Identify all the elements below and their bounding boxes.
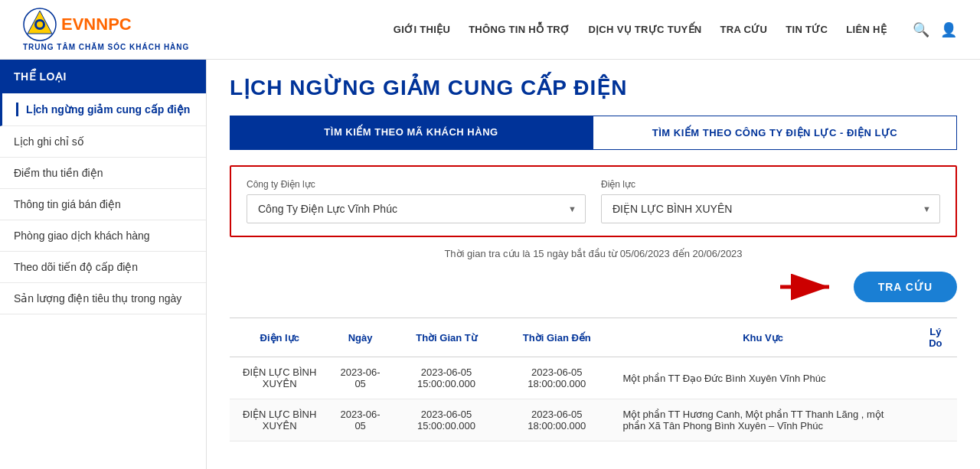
nav-tracuu[interactable]: TRA CỨU xyxy=(720,24,768,35)
nav-lienhe[interactable]: LIÊN HỆ xyxy=(846,24,887,35)
cell-ly-do xyxy=(914,399,957,441)
sidebar-item-diem-thu[interactable]: Điểm thu tiền điện xyxy=(0,158,206,189)
search-button[interactable]: TRA CỨU xyxy=(854,272,957,302)
nav-thongtinhotro[interactable]: THÔNG TIN HỖ TRỢ xyxy=(469,24,570,35)
search-tabs: TÌM KIẾM THEO MÃ KHÁCH HÀNG TÌM KIẾM THE… xyxy=(230,116,957,150)
cong-ty-select-wrapper: Công Ty Điện Lực Vĩnh Phúc xyxy=(247,194,586,223)
dien-luc-label: Điện lực xyxy=(601,179,940,190)
main-nav: GIỚI THIỆU THÔNG TIN HỖ TRỢ DỊCH VỤ TRỰC… xyxy=(394,21,957,38)
cell-thoi-gian-den: 2023-06-05 18:00:00.000 xyxy=(501,399,612,441)
search-form: Công ty Điện lực Công Ty Điện Lực Vĩnh P… xyxy=(230,165,957,237)
dien-luc-group: Điện lực ĐIỆN LỰC BÌNH XUYÊN xyxy=(601,179,940,223)
table-header-row: Điện lực Ngày Thời Gian Từ Thời Gian Đến… xyxy=(230,318,957,357)
arrow-icon xyxy=(777,272,838,302)
cell-khu-vuc: Một phần TT Hương Canh, Một phần TT Than… xyxy=(612,399,913,441)
user-icon[interactable]: 👤 xyxy=(940,21,957,38)
sidebar-item-gia-ban[interactable]: Thông tin giá bán điện xyxy=(0,189,206,220)
tab-ma-khach-hang[interactable]: TÌM KIẾM THEO MÃ KHÁCH HÀNG xyxy=(230,116,593,150)
cell-dien-luc: ĐIỆN LỰC BÌNH XUYÊN xyxy=(230,399,329,441)
sidebar-item-lich-ghi[interactable]: Lịch ghi chỉ số xyxy=(0,126,206,158)
col-khu-vuc: Khu Vực xyxy=(612,318,913,357)
action-row: TRA CỨU xyxy=(230,272,957,302)
col-dien-luc: Điện lực xyxy=(230,318,329,357)
sidebar: THỂ LOẠI Lịch ngừng giảm cung cấp điện L… xyxy=(0,60,207,469)
col-thoi-gian-den: Thời Gian Đến xyxy=(501,318,612,357)
dien-luc-select[interactable]: ĐIỆN LỰC BÌNH XUYÊN xyxy=(601,194,940,223)
cell-thoi-gian-tu: 2023-06-05 15:00:00.000 xyxy=(391,399,501,441)
logo-subtitle: TRUNG TÂM CHĂM SÓC KHÁCH HÀNG xyxy=(23,43,189,51)
cong-ty-select[interactable]: Công Ty Điện Lực Vĩnh Phúc xyxy=(247,194,586,223)
tab-cong-ty-dien-luc[interactable]: TÌM KIẾM THEO CÔNG TY ĐIỆN LỰC - ĐIỆN LỰ… xyxy=(593,116,957,150)
logo-area: EVNNPC TRUNG TÂM CHĂM SÓC KHÁCH HÀNG xyxy=(23,8,189,51)
svg-point-3 xyxy=(37,21,43,28)
cell-ly-do xyxy=(914,357,957,399)
cell-khu-vuc: Một phần TT Đạo Đức Bình Xuyên Vĩnh Phúc xyxy=(612,357,913,399)
table-row: ĐIỆN LỰC BÌNH XUYÊN 2023-06-05 2023-06-0… xyxy=(230,399,957,441)
nav-dichvutructuyen[interactable]: DỊCH VỤ TRỰC TUYẾN xyxy=(588,24,701,35)
nav-tintuc[interactable]: TIN TỨC xyxy=(786,24,828,35)
results-table: Điện lực Ngày Thời Gian Từ Thời Gian Đến… xyxy=(230,318,957,441)
sidebar-item-san-luong[interactable]: Sản lượng điện tiêu thụ trong ngày xyxy=(0,283,206,314)
table-row: ĐIỆN LỰC BÌNH XUYÊN 2023-06-05 2023-06-0… xyxy=(230,357,957,399)
cell-dien-luc: ĐIỆN LỰC BÌNH XUYÊN xyxy=(230,357,329,399)
cell-ngay: 2023-06-05 xyxy=(329,357,390,399)
cong-ty-label: Công ty Điện lực xyxy=(247,179,586,190)
col-ngay: Ngày xyxy=(329,318,390,357)
cell-thoi-gian-tu: 2023-06-05 15:00:00.000 xyxy=(391,357,501,399)
main-layout: THỂ LOẠI Lịch ngừng giảm cung cấp điện L… xyxy=(0,60,980,469)
col-thoi-gian-tu: Thời Gian Từ xyxy=(391,318,501,357)
main-content: LỊCH NGỪNG GIẢM CUNG CẤP ĐIỆN TÌM KIẾM T… xyxy=(207,60,980,469)
info-text: Thời gian tra cứu là 15 ngày bắt đầu từ … xyxy=(230,248,957,259)
sidebar-header: THỂ LOẠI xyxy=(0,60,206,93)
search-icon[interactable]: 🔍 xyxy=(913,21,929,38)
nav-gioithieu[interactable]: GIỚI THIỆU xyxy=(394,24,450,35)
logo-evnnpc: EVNNPC xyxy=(61,15,132,34)
dien-luc-select-wrapper: ĐIỆN LỰC BÌNH XUYÊN xyxy=(601,194,940,223)
sidebar-item-theo-doi[interactable]: Theo dõi tiến độ cấp điện xyxy=(0,252,206,283)
cell-thoi-gian-den: 2023-06-05 18:00:00.000 xyxy=(501,357,612,399)
evn-logo-icon xyxy=(23,8,57,41)
header: EVNNPC TRUNG TÂM CHĂM SÓC KHÁCH HÀNG GIỚ… xyxy=(0,0,980,60)
sidebar-item-lich-ngung[interactable]: Lịch ngừng giảm cung cấp điện xyxy=(0,93,206,126)
arrow-right-svg xyxy=(777,272,838,302)
cell-ngay: 2023-06-05 xyxy=(329,399,390,441)
sidebar-item-phong-gd[interactable]: Phòng giao dịch khách hàng xyxy=(0,220,206,252)
col-ly-do: Lý Do xyxy=(914,318,957,357)
page-title: LỊCH NGỪNG GIẢM CUNG CẤP ĐIỆN xyxy=(230,75,957,100)
cong-ty-group: Công ty Điện lực Công Ty Điện Lực Vĩnh P… xyxy=(247,179,586,223)
